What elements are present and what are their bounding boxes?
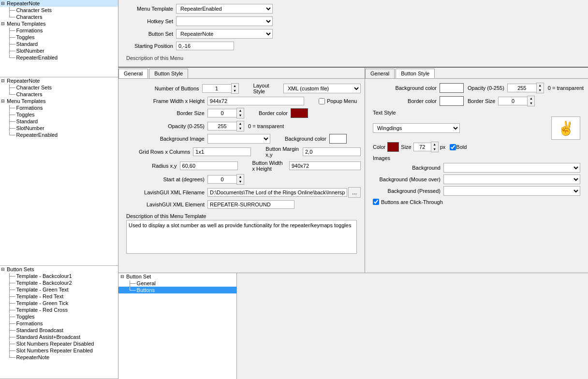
bg-mouseover-select[interactable] [443,175,580,184]
desc-template-textarea[interactable]: Used to display a slot number as well as… [126,220,357,254]
tree-item-repeaterenabled-mid[interactable]: └─ RepeaterEnabled [0,131,118,138]
hotkey-set-select[interactable] [176,16,273,26]
bs-tree-item-buttons[interactable]: └─ Buttons [118,287,236,293]
start-at-down[interactable]: ▼ [237,179,244,184]
line-prefix: └─ [8,354,15,360]
bs-size-input[interactable] [413,143,431,151]
tree-item-charsets-top[interactable]: ├─ Character Sets [0,7,118,14]
tree-item-formations-top[interactable]: ├─ Formations [0,27,118,34]
tree-item-repeaternote-mid[interactable]: ⊟ RepeaterNote [0,77,118,84]
border-size-up[interactable]: ▲ [237,108,244,113]
button-set-select[interactable]: RepeaterNote [176,29,273,39]
tab-button-style-right[interactable]: Button Style [396,69,435,78]
font-select[interactable]: Wingdings [373,123,460,133]
tree-item-backcolour2[interactable]: ├─ Template - Backcolour2 [0,279,118,286]
tree-item-repeaterenabled-top[interactable]: └─ RepeaterEnabled [0,54,118,61]
tree-item-charsets-mid[interactable]: ├─ Character Sets [0,84,118,91]
bs-color-swatch[interactable] [387,142,399,152]
tab-general-right[interactable]: General [365,69,395,78]
bs-border-size-input[interactable] [498,97,527,105]
start-at-up[interactable]: ▲ [237,175,244,179]
layout-style-label: Layout Style [253,83,280,94]
tree-item-standard-top[interactable]: ├─ Standard [0,41,118,47]
tree-item-green-tick[interactable]: ├─ Template - Green Tick [0,300,118,306]
bs-bg-color-swatch[interactable] [440,83,464,93]
bs-size-up[interactable]: ▲ [431,142,438,147]
line-prefix: ├─ [8,118,15,124]
radius-input[interactable] [180,161,238,170]
tree-item-standard-assist-broadcast[interactable]: ├─ Standard Assist+Broadcast [0,334,118,340]
num-buttons-input[interactable] [202,84,231,93]
tree-item-buttonsets[interactable]: ⊟ Button Sets [0,266,118,273]
bg-image-select-bs[interactable] [443,163,580,173]
tree-item-standard-mid[interactable]: ├─ Standard [0,118,118,125]
expand-icon: ⊟ [1,78,7,83]
xml-browse-button[interactable]: ... [348,187,361,198]
tree-item-formations-bs[interactable]: ├─ Formations [0,320,118,327]
xml-filename-input[interactable] [207,188,347,197]
click-through-checkbox[interactable] [373,199,379,205]
tree-item-repeaternote-bs[interactable]: └─ RepeaterNote [0,354,118,361]
tree-item-toggles-bs[interactable]: ├─ Toggles [0,313,118,320]
tree-scroll-middle[interactable]: ⊟ RepeaterNote ├─ Character Sets └─ Char… [0,77,118,265]
tree-item-characters-top[interactable]: └─ Characters [0,14,118,20]
bs-border-color-swatch[interactable] [440,96,464,106]
tree-item-standard-broadcast[interactable]: ├─ Standard Broadcast [0,327,118,334]
menu-template-select[interactable]: RepeaterEnabled [176,4,273,14]
tree-item-toggles-top[interactable]: ├─ Toggles [0,34,118,41]
tree-item-green-text[interactable]: ├─ Template - Green Text [0,286,118,293]
bg-image-select[interactable] [207,134,270,144]
bg-pressed-select[interactable] [443,186,580,196]
bs-border-up[interactable]: ▲ [528,96,534,101]
bs-size-down[interactable]: ▼ [431,147,438,152]
tree-item-formations-mid[interactable]: ├─ Formations [0,104,118,111]
tree-item-red-text[interactable]: ├─ Template - Red Text [0,293,118,300]
tree-item-repeaternote-top[interactable]: ⊟ RepeaterNote [0,0,118,7]
bs-opacity-up[interactable]: ▲ [537,83,544,88]
tree-scroll-bottom[interactable]: ⊟ Button Sets ├─ Template - Backcolour1 … [0,266,118,379]
opacity-down[interactable]: ▼ [237,126,244,131]
border-size-down[interactable]: ▼ [237,113,244,118]
tree-item-slot-repeater-disabled[interactable]: ├─ Slot Numbers Repeater Disabled [0,340,118,347]
bs-bold-checkbox[interactable] [450,144,456,150]
tree-item-menutemplates-top[interactable]: ⊟ Menu Templates [0,20,118,27]
start-at-label: Start at (degrees) [122,176,205,182]
grid-input[interactable] [193,147,251,156]
border-size-input[interactable] [207,109,236,117]
btn-size-input[interactable] [289,161,361,170]
frame-size-input[interactable] [207,97,304,105]
start-at-input[interactable] [207,175,236,184]
num-buttons-down[interactable]: ▼ [232,88,238,93]
tab-button-style-left[interactable]: Button Style [149,69,188,78]
xml-element-row: LavishGUI XML Element [122,200,361,209]
tree-item-label: Standard Assist+Broadcast [16,334,80,340]
bs-opacity-input[interactable] [507,84,536,92]
btn-margin-input[interactable] [303,147,361,156]
border-color-swatch[interactable] [291,108,308,118]
bs-opacity-down[interactable]: ▼ [537,88,544,93]
tree-item-characters-mid[interactable]: └─ Characters [0,91,118,98]
num-buttons-row: Number of Buttons ▲ ▼ Layout Style XML (… [122,83,361,94]
bs-tree-item-buttonset[interactable]: ⊟ Button Set [118,273,236,280]
num-buttons-up[interactable]: ▲ [232,84,238,88]
layout-style-select[interactable]: XML (custom file) [283,84,361,93]
tab-general[interactable]: General [118,69,148,78]
bs-tree-item-general[interactable]: ├─ General [118,280,236,287]
tree-item-toggles-mid[interactable]: ├─ Toggles [0,111,118,118]
xml-element-input[interactable] [207,200,294,209]
opacity-input[interactable] [207,122,236,131]
tree-item-slotnumber-mid[interactable]: ├─ SlotNumber [0,125,118,131]
bs-border-down[interactable]: ▼ [528,101,534,106]
bg-color-swatch[interactable] [329,134,347,144]
bs-opacity-label: Opacity (0-255) [468,85,504,91]
tree-scroll-top[interactable]: ⊟ RepeaterNote ├─ Character Sets └─ Char… [0,0,118,77]
opacity-up[interactable]: ▲ [237,121,244,126]
starting-position-input[interactable] [176,42,234,50]
tree-item-menutemplates-mid[interactable]: ⊟ Menu Templates [0,98,118,104]
tree-item-slotnumber-top[interactable]: ├─ SlotNumber [0,47,118,54]
tree-item-label: Slot Numbers Repeater Enabled [16,348,93,353]
tree-item-backcolour1[interactable]: ├─ Template - Backcolour1 [0,273,118,279]
tree-item-slot-repeater-enabled[interactable]: ├─ Slot Numbers Repeater Enabled [0,347,118,354]
tree-item-red-cross[interactable]: ├─ Template - Red Cross [0,306,118,313]
popup-menu-checkbox[interactable] [319,98,325,104]
